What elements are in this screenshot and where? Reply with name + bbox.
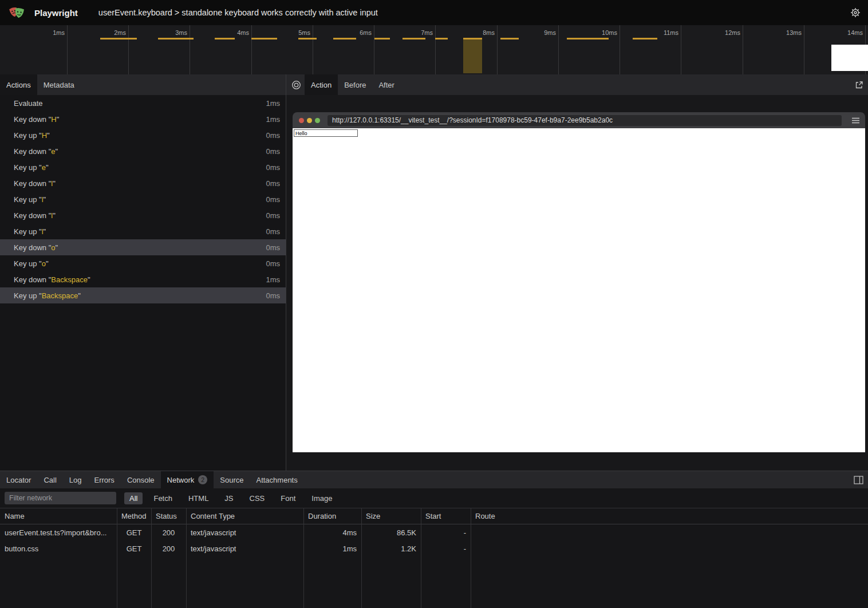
open-external-icon[interactable]	[855, 81, 863, 89]
action-list-item[interactable]: Key up "l"0ms	[0, 191, 286, 207]
timeline-selected-range[interactable]	[463, 40, 482, 73]
tab-console-label: Console	[127, 476, 155, 484]
pick-locator-target-icon[interactable]	[291, 80, 301, 90]
column-header-size[interactable]: Size	[361, 512, 421, 520]
tab-log[interactable]: Log	[63, 471, 88, 488]
action-title-close-quote: "	[53, 179, 56, 188]
tab-errors[interactable]: Errors	[88, 471, 120, 488]
cell-content-type: text/javascript	[186, 544, 303, 553]
settings-gear-icon[interactable]	[850, 7, 861, 18]
action-title: Evaluate	[14, 99, 43, 108]
column-separator	[471, 508, 471, 608]
action-list-item[interactable]: Key down "H"1ms	[0, 111, 286, 127]
action-key-value: Backspace	[51, 275, 88, 284]
timeline-tick-label: 4ms	[215, 29, 249, 36]
timeline-action-mark	[100, 38, 137, 40]
timeline-tick-label: 11ms	[644, 29, 678, 36]
timeline-action-mark	[633, 38, 657, 40]
cell-size: 86.5K	[361, 528, 421, 537]
timeline-gridline	[620, 25, 620, 74]
playwright-logo-icon	[8, 4, 25, 21]
timeline-tick-label: 12ms	[706, 29, 740, 36]
timeline-gridline	[804, 25, 804, 74]
minimize-dot-icon	[307, 118, 312, 123]
action-title-close-quote: "	[78, 291, 81, 300]
filter-network-input[interactable]	[5, 492, 116, 504]
column-separator	[303, 508, 304, 608]
timeline-tick-label: 6ms	[337, 29, 372, 36]
column-header-duration[interactable]: Duration	[303, 512, 361, 520]
tab-action[interactable]: Action	[305, 74, 338, 95]
column-header-status[interactable]: Status	[151, 512, 186, 520]
action-list-item[interactable]: Key up "e"0ms	[0, 159, 286, 175]
filter-chip-font[interactable]: Font	[275, 492, 301, 504]
network-request-row[interactable]: button.cssGET200text/javascript1ms1.2K-	[0, 540, 868, 556]
tab-before[interactable]: Before	[338, 74, 372, 95]
column-header-content-type[interactable]: Content Type	[186, 512, 303, 520]
action-title-close-quote: "	[46, 163, 49, 172]
tab-attachments[interactable]: Attachments	[250, 471, 303, 488]
tab-action-label: Action	[311, 81, 332, 89]
action-title: Key up "	[14, 131, 42, 140]
timeline-tick-label: 10ms	[583, 29, 617, 36]
tab-actions-label: Actions	[6, 81, 31, 89]
timeline-film-thumbnail[interactable]	[831, 45, 868, 71]
tab-call[interactable]: Call	[37, 471, 62, 488]
action-title-close-quote: "	[47, 131, 50, 140]
action-list-item[interactable]: Key down "l"0ms	[0, 175, 286, 191]
action-list-item[interactable]: Key up "Backspace"0ms	[0, 287, 286, 303]
network-request-row[interactable]: userEvent.test.ts?import&bro...GET200tex…	[0, 524, 868, 540]
tab-console[interactable]: Console	[121, 471, 161, 488]
tab-source[interactable]: Source	[214, 471, 250, 488]
actions-tab-strip: ActionsMetadata	[0, 74, 286, 95]
action-list-item[interactable]: Key down "e"0ms	[0, 143, 286, 159]
cell-size: 1.2K	[361, 544, 421, 553]
action-title-close-quote: "	[44, 227, 46, 236]
action-key-value: e	[42, 163, 46, 172]
column-header-start[interactable]: Start	[421, 512, 471, 520]
filter-chip-all[interactable]: All	[124, 492, 143, 504]
cell-start: -	[421, 528, 471, 537]
cell-start: -	[421, 544, 471, 553]
action-list-item[interactable]: Evaluate1ms	[0, 95, 286, 111]
action-duration: 0ms	[266, 211, 280, 220]
filter-chip-js[interactable]: JS	[219, 492, 238, 504]
action-list-item[interactable]: Key up "H"0ms	[0, 127, 286, 143]
snapshot-tab-strip: ActionBeforeAfter	[286, 74, 868, 95]
filter-chip-fetch[interactable]: Fetch	[148, 492, 177, 504]
close-dot-icon	[299, 118, 304, 123]
action-list-item[interactable]: Key down "l"0ms	[0, 207, 286, 223]
timeline-tick-label: 3ms	[153, 29, 187, 36]
cell-method: GET	[117, 544, 151, 553]
tab-errors-label: Errors	[94, 476, 114, 484]
timeline-strip[interactable]: 1ms2ms3ms4ms5ms6ms7ms8ms9ms10ms11ms12ms1…	[0, 25, 868, 75]
cell-content-type: text/javascript	[186, 528, 303, 537]
tab-after[interactable]: After	[372, 74, 400, 95]
tab-before-label: Before	[344, 81, 366, 89]
tab-locator[interactable]: Locator	[0, 471, 37, 488]
tab-network[interactable]: Network2	[161, 471, 214, 488]
tab-metadata[interactable]: Metadata	[37, 74, 81, 95]
filter-chip-css[interactable]: CSS	[244, 492, 270, 504]
action-list-item[interactable]: Key down "Backspace"1ms	[0, 271, 286, 287]
column-header-route[interactable]: Route	[471, 512, 868, 520]
action-duration: 0ms	[266, 163, 280, 172]
filter-chip-html[interactable]: HTML	[183, 492, 214, 504]
action-list-item[interactable]: Key down "o"0ms	[0, 239, 286, 255]
tab-actions[interactable]: Actions	[0, 74, 37, 95]
column-separator	[117, 508, 117, 608]
timeline-tick-label: 8ms	[460, 29, 495, 36]
timeline-gridline	[190, 25, 190, 74]
action-list-item[interactable]: Key up "o"0ms	[0, 255, 286, 271]
timeline-action-mark	[374, 38, 390, 40]
action-list-item[interactable]: Key up "l"0ms	[0, 223, 286, 239]
snapshot-text-input[interactable]	[294, 129, 358, 137]
column-header-method[interactable]: Method	[117, 512, 151, 520]
layout-split-icon[interactable]	[854, 471, 863, 488]
filter-chip-image[interactable]: Image	[306, 492, 337, 504]
timeline-tick-label: 7ms	[399, 29, 433, 36]
action-key-value: Backspace	[42, 291, 78, 300]
timeline-action-mark	[463, 38, 482, 40]
column-header-name[interactable]: Name	[0, 512, 117, 520]
bottom-tab-strip: LocatorCallLogErrorsConsoleNetwork2Sourc…	[0, 471, 868, 488]
